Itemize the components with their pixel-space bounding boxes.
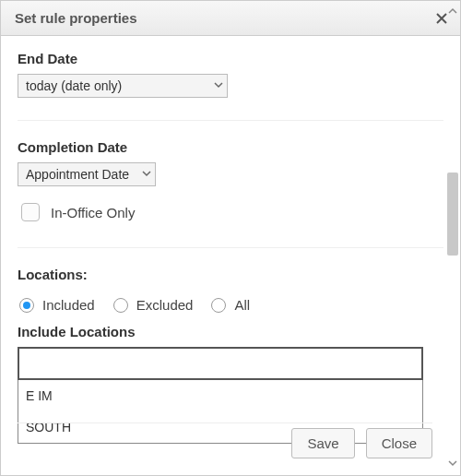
divider	[18, 422, 432, 423]
scrollbar[interactable]	[447, 6, 458, 470]
save-button[interactable]: Save	[291, 428, 354, 458]
radio-excluded[interactable]: Excluded	[113, 297, 194, 313]
locations-mode-radios: Included Excluded All	[19, 297, 443, 313]
dialog-titlebar: Set rule properties	[1, 1, 460, 36]
dialog-content: End Date today (date only) Completion Da…	[1, 36, 460, 475]
scrollbar-thumb[interactable]	[447, 173, 458, 256]
completion-date-value: Appointment Date	[26, 167, 129, 182]
divider	[18, 120, 443, 121]
in-office-checkbox[interactable]	[21, 203, 40, 221]
scroll-up-icon[interactable]	[447, 6, 458, 18]
end-date-select[interactable]: today (date only)	[18, 74, 228, 98]
locations-label: Locations:	[18, 267, 443, 282]
radio-all-label: All	[234, 297, 250, 313]
end-date-label: End Date	[18, 51, 443, 66]
radio-icon	[211, 298, 226, 313]
dropdown-item[interactable]: E IM	[18, 380, 422, 411]
include-locations-label: Include Locations	[18, 324, 443, 339]
chevron-down-icon	[142, 169, 151, 180]
radio-excluded-label: Excluded	[136, 297, 194, 313]
completion-date-select[interactable]: Appointment Date	[18, 162, 156, 186]
radio-all[interactable]: All	[211, 297, 250, 313]
radio-included[interactable]: Included	[19, 297, 95, 313]
chevron-down-icon	[214, 80, 223, 91]
dialog-title: Set rule properties	[15, 10, 137, 26]
completion-date-label: Completion Date	[18, 139, 443, 155]
include-locations-input[interactable]	[18, 347, 423, 380]
rule-properties-dialog: Set rule properties End Date today (date…	[0, 0, 461, 476]
end-date-value: today (date only)	[26, 78, 122, 93]
radio-icon	[19, 298, 34, 313]
in-office-label: In-Office Only	[51, 205, 135, 220]
scroll-down-icon[interactable]	[447, 458, 458, 470]
dialog-buttons: Save Close	[291, 428, 432, 458]
radio-included-label: Included	[42, 297, 95, 313]
in-office-row: In-Office Only	[21, 203, 443, 221]
divider	[18, 247, 443, 248]
radio-icon	[113, 298, 128, 313]
close-button[interactable]: Close	[366, 428, 432, 458]
